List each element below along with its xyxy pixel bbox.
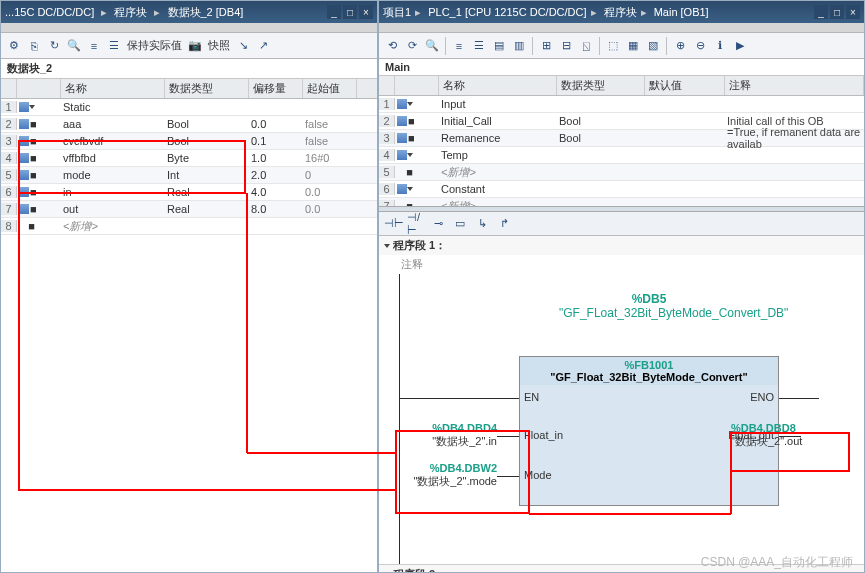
- hdr-offset[interactable]: 偏移量: [249, 79, 303, 98]
- lad-diagram[interactable]: %DB5 "GF_FLoat_32Bit_ByteMode_Convert_DB…: [379, 274, 864, 564]
- table-row[interactable]: 3 ■RemanenceBool=True, if remanent data …: [379, 130, 864, 147]
- interface-rows: 1 Input 2 ■Initial_CallBoolInitial call …: [379, 96, 864, 206]
- right-title-bar: 项目1▸ PLC_1 [CPU 1215C DC/DC/DC]▸ 程序块▸ Ma…: [379, 1, 864, 23]
- add-row[interactable]: 5 ■ <新增>: [379, 164, 864, 181]
- hdr-start[interactable]: 起始值: [303, 79, 357, 98]
- table-row[interactable]: 7 ■outReal8.00.0: [1, 201, 377, 218]
- branch-icon[interactable]: ↱: [495, 215, 513, 233]
- table-row[interactable]: 6 ■inReal4.00.0: [1, 184, 377, 201]
- constant-section[interactable]: 6 Constant: [379, 181, 864, 198]
- table-row[interactable]: 3 ■cvcfbvdfBool0.1false: [1, 133, 377, 150]
- tool-icon[interactable]: ⎘: [25, 37, 43, 55]
- db-editor-pane: ...15C DC/DC/DC] ▸ 程序块 ▸ 数据块_2 [DB4] _ □…: [0, 0, 378, 573]
- tool-icon[interactable]: ⍂: [577, 37, 595, 55]
- crumb[interactable]: PLC_1 [CPU 1215C DC/DC/DC]: [428, 6, 586, 18]
- tool-icon[interactable]: ↻: [45, 37, 63, 55]
- box-icon[interactable]: ▭: [451, 215, 469, 233]
- tool-icon[interactable]: ▦: [624, 37, 642, 55]
- tool-icon[interactable]: ⟳: [403, 37, 421, 55]
- static-label: Static: [61, 101, 165, 113]
- hdr-type[interactable]: 数据类型: [557, 76, 645, 95]
- wire: [399, 398, 519, 399]
- pin-eno: ENO: [750, 391, 774, 403]
- table-row[interactable]: 5 ■modeInt2.00: [1, 167, 377, 184]
- contact-icon[interactable]: ⊣⊢: [385, 215, 403, 233]
- section-label: Constant: [439, 183, 557, 195]
- hdr-name[interactable]: 名称: [61, 79, 165, 98]
- crumb[interactable]: 程序块: [114, 6, 147, 18]
- crumb[interactable]: ...15C DC/DC/DC]: [5, 6, 94, 18]
- power-rail: [399, 274, 400, 564]
- tool-icon[interactable]: 🔍: [423, 37, 441, 55]
- instance-db: %DB5 "GF_FLoat_32Bit_ByteMode_Convert_DB…: [559, 292, 739, 320]
- close-icon[interactable]: ×: [846, 5, 860, 19]
- table-row[interactable]: 4 ■vffbfbdByte1.016#0: [1, 150, 377, 167]
- branch-icon[interactable]: ↳: [473, 215, 491, 233]
- tool-icon[interactable]: ⬚: [604, 37, 622, 55]
- maximize-icon[interactable]: □: [343, 5, 357, 19]
- tool-icon[interactable]: ↗: [254, 37, 272, 55]
- hdr-comment[interactable]: 注释: [725, 76, 864, 95]
- seg-title: 程序段 1：: [393, 238, 446, 253]
- tool-icon[interactable]: ⊖: [691, 37, 709, 55]
- network-toolbar: ⊣⊢ ⊣/⊢ ⊸ ▭ ↳ ↱: [379, 212, 864, 236]
- close-icon[interactable]: ×: [359, 5, 373, 19]
- add-row[interactable]: 8 ■ <新增>: [1, 218, 377, 235]
- crumb[interactable]: 项目1: [383, 6, 411, 18]
- segment-header[interactable]: 程序段 1：: [379, 236, 864, 255]
- tool-icon[interactable]: ⊕: [671, 37, 689, 55]
- crumb[interactable]: 数据块_2 [DB4]: [168, 6, 244, 18]
- maximize-icon[interactable]: □: [830, 5, 844, 19]
- pin-mode: Mode: [524, 469, 552, 481]
- segment-header[interactable]: 程序段 2：: [379, 565, 864, 572]
- coil-icon[interactable]: ⊸: [429, 215, 447, 233]
- tool-icon[interactable]: ≡: [85, 37, 103, 55]
- hdr-name[interactable]: 名称: [439, 76, 557, 95]
- tool-icon[interactable]: ⊟: [557, 37, 575, 55]
- block-name: 数据块_2: [1, 59, 377, 79]
- filter-bar: [1, 23, 377, 33]
- sig-float-out[interactable]: %DB4.DBD8"数据块_2".out: [731, 422, 851, 449]
- tool-icon[interactable]: ⚙: [5, 37, 23, 55]
- crumb[interactable]: 程序块: [604, 6, 637, 18]
- hdr-type[interactable]: 数据类型: [165, 79, 249, 98]
- minimize-icon[interactable]: _: [814, 5, 828, 19]
- snapshot-label[interactable]: 快照: [206, 38, 232, 53]
- tool-icon[interactable]: ℹ: [711, 37, 729, 55]
- left-title-bar: ...15C DC/DC/DC] ▸ 程序块 ▸ 数据块_2 [DB4] _ □…: [1, 1, 377, 23]
- tool-icon[interactable]: ☰: [470, 37, 488, 55]
- filter-bar: [379, 23, 864, 33]
- crumb[interactable]: Main [OB1]: [654, 6, 709, 18]
- tool-icon[interactable]: ↘: [234, 37, 252, 55]
- wire: [779, 398, 819, 399]
- ncontact-icon[interactable]: ⊣/⊢: [407, 215, 425, 233]
- pin-en: EN: [524, 391, 539, 403]
- tool-icon[interactable]: 🔍: [65, 37, 83, 55]
- left-toolbar: ⚙ ⎘ ↻ 🔍 ≡ ☰ 保持实际值 📷 快照 ↘ ↗: [1, 33, 377, 59]
- sig-mode[interactable]: %DB4.DBW2"数据块_2".mode: [397, 462, 497, 489]
- wire: [497, 476, 519, 477]
- static-row[interactable]: 1 Static: [1, 99, 377, 116]
- tool-icon[interactable]: ⊞: [537, 37, 555, 55]
- seg-comment[interactable]: 注释: [379, 255, 864, 274]
- fb-header: %FB1001 "GF_Float_32Bit_ByteMode_Convert…: [520, 357, 778, 385]
- keep-actuals-label[interactable]: 保持实际值: [125, 38, 184, 53]
- tool-icon[interactable]: ▥: [510, 37, 528, 55]
- tool-icon[interactable]: 📷: [186, 37, 204, 55]
- tool-icon[interactable]: ▧: [644, 37, 662, 55]
- main-editor-pane: 项目1▸ PLC_1 [CPU 1215C DC/DC/DC]▸ 程序块▸ Ma…: [378, 0, 865, 573]
- add-row[interactable]: 7 ■ <新增>: [379, 198, 864, 206]
- section-label: Input: [439, 98, 557, 110]
- minimize-icon[interactable]: _: [327, 5, 341, 19]
- table-row[interactable]: 2 ■aaaBool0.0false: [1, 116, 377, 133]
- input-section[interactable]: 1 Input: [379, 96, 864, 113]
- hdr-default[interactable]: 默认值: [645, 76, 725, 95]
- tool-icon[interactable]: ≡: [450, 37, 468, 55]
- segment-1: 程序段 1： 注释 %DB5 "GF_FLoat_32Bit_ByteMode_…: [379, 236, 864, 565]
- tool-icon[interactable]: ⟲: [383, 37, 401, 55]
- sig-float-in[interactable]: %DB4.DBD4"数据块_2".in: [397, 422, 497, 449]
- tool-icon[interactable]: ☰: [105, 37, 123, 55]
- section-label: Temp: [439, 149, 557, 161]
- tool-icon[interactable]: ▤: [490, 37, 508, 55]
- tool-icon[interactable]: ▶: [731, 37, 749, 55]
